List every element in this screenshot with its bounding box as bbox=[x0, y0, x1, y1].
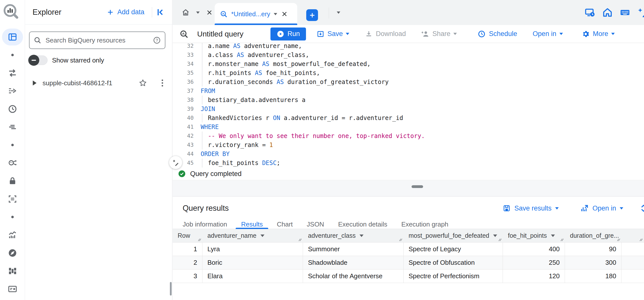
save-button[interactable]: Save bbox=[316, 30, 350, 38]
drag-handle[interactable] bbox=[412, 185, 423, 188]
add-data-button[interactable]: Add data bbox=[106, 0, 144, 24]
schedule-button[interactable]: Schedule bbox=[477, 30, 517, 38]
column-header-adventurer_name[interactable]: adventurer_name bbox=[202, 229, 303, 242]
close-query-tab-icon[interactable] bbox=[281, 10, 288, 18]
expand-results-icon[interactable] bbox=[638, 196, 644, 220]
query-tab-caret-icon[interactable] bbox=[274, 13, 277, 15]
new-tab-button[interactable] bbox=[306, 9, 318, 21]
rail-item-connections-icon[interactable] bbox=[2, 280, 23, 298]
home-tab[interactable] bbox=[181, 0, 213, 25]
cell: 250 bbox=[503, 256, 565, 269]
table-row[interactable]: 2BoricShadowbladeSpectre of Obfuscation2… bbox=[173, 256, 644, 270]
search-input[interactable] bbox=[45, 36, 149, 44]
rail-item-transfers-icon[interactable] bbox=[2, 64, 23, 82]
download-button[interactable]: Download bbox=[365, 30, 406, 38]
bigquery-logo-icon bbox=[2, 2, 21, 22]
column-header-Row[interactable]: Row bbox=[173, 229, 202, 242]
table-row[interactable]: 3ElaraScholar of the AgentverseSpectre o… bbox=[173, 270, 644, 283]
results-tab-results[interactable]: Results bbox=[241, 220, 263, 229]
results-tab-execution-graph[interactable]: Execution graph bbox=[401, 220, 448, 229]
rail-separator-dot bbox=[11, 54, 14, 56]
sidebar-scrollbar[interactable] bbox=[170, 282, 172, 296]
share-caret-icon bbox=[453, 33, 457, 35]
tab-list-caret-icon[interactable] bbox=[337, 0, 340, 25]
results-open-in-button[interactable]: Open in bbox=[580, 196, 623, 220]
show-starred-toggle[interactable] bbox=[29, 56, 48, 65]
expand-project-icon[interactable] bbox=[33, 80, 37, 86]
rail-item-pipelines-icon[interactable] bbox=[2, 82, 23, 100]
column-header-adventurer_class[interactable]: adventurer_class bbox=[303, 229, 404, 242]
home-icon[interactable] bbox=[602, 7, 613, 18]
column-resize-grip-icon[interactable] bbox=[197, 238, 201, 242]
project-row[interactable]: supple-cubist-468612-f1 bbox=[25, 75, 172, 91]
run-button[interactable]: Run bbox=[270, 28, 306, 40]
active-query-tab[interactable]: *Untitled...ery bbox=[215, 3, 297, 25]
column-header-duration_of_gre...[interactable]: duration_of_gre... bbox=[565, 229, 621, 242]
session-screen-icon[interactable] bbox=[584, 7, 595, 18]
sort-caret-icon[interactable] bbox=[360, 234, 364, 237]
cell: 180 bbox=[565, 270, 621, 283]
home-tab-caret-icon[interactable] bbox=[196, 12, 200, 14]
more-button[interactable]: More bbox=[581, 30, 615, 38]
results-tab-bar: Job informationResultsChartJSONExecution… bbox=[173, 220, 644, 229]
results-tab-chart[interactable]: Chart bbox=[277, 220, 293, 229]
code-line-37: 37FROM bbox=[173, 86, 644, 96]
rail-item-capacity-icon[interactable] bbox=[2, 190, 23, 208]
search-box[interactable]: ? bbox=[29, 32, 165, 49]
share-button[interactable]: Share bbox=[421, 30, 457, 38]
results-tab-execution-details[interactable]: Execution details bbox=[338, 220, 387, 229]
column-resize-grip-icon[interactable] bbox=[498, 238, 502, 242]
query-tab-icon bbox=[220, 10, 228, 18]
more-options-kebab-icon[interactable] bbox=[157, 78, 167, 88]
code-text: FROM bbox=[201, 86, 215, 96]
rail-item-partitions-icon[interactable] bbox=[2, 262, 23, 280]
close-home-tab-icon[interactable] bbox=[206, 9, 213, 16]
results-table: Rowadventurer_nameadventurer_classmost_p… bbox=[173, 229, 644, 283]
column-header-most_powerful_foe_defeated[interactable]: most_powerful_foe_defeated bbox=[404, 229, 503, 242]
table-row[interactable]: 1LyraSummonerSpectre of Legacy40090 bbox=[173, 242, 644, 256]
query-results-title: Query results bbox=[183, 196, 229, 220]
star-icon[interactable] bbox=[138, 78, 147, 88]
code-line-44: 44ORDER BY bbox=[173, 150, 644, 158]
rail-item-explorer-icon[interactable] bbox=[2, 28, 23, 46]
download-icon bbox=[365, 30, 373, 38]
line-number: 38 bbox=[173, 96, 201, 104]
project-name[interactable]: supple-cubist-468612-f1 bbox=[43, 75, 112, 91]
column-header-foe_hit_points[interactable]: foe_hit_points bbox=[503, 229, 565, 242]
gemini-assist-icon[interactable] bbox=[637, 7, 644, 18]
column-resize-grip-icon[interactable] bbox=[298, 238, 302, 242]
column-resize-grip-icon[interactable] bbox=[560, 238, 564, 242]
rail-item-scheduled-queries-icon[interactable] bbox=[2, 100, 23, 118]
help-icon[interactable]: ? bbox=[153, 36, 161, 44]
code-text: a.class AS adventurer_class, bbox=[201, 50, 309, 60]
rail-item-governance-icon[interactable] bbox=[2, 172, 23, 190]
column-resize-grip-icon[interactable] bbox=[616, 238, 620, 242]
sort-caret-icon[interactable] bbox=[551, 234, 555, 237]
code-line-36: 36 r.duration_seconds AS duration_of_gre… bbox=[173, 78, 644, 86]
add-data-label: Add data bbox=[117, 8, 144, 16]
home-tab-icon[interactable] bbox=[181, 8, 190, 17]
rail-item-monitoring-icon[interactable] bbox=[2, 226, 23, 244]
sort-caret-icon[interactable] bbox=[260, 234, 264, 237]
collapse-panel-icon[interactable] bbox=[155, 7, 165, 18]
line-number: 36 bbox=[173, 78, 201, 86]
search-icon bbox=[34, 36, 42, 44]
cell: Summoner bbox=[303, 242, 404, 256]
explorer-header: Explorer Add data bbox=[25, 0, 172, 24]
sort-caret-icon[interactable] bbox=[493, 234, 497, 237]
results-tab-json[interactable]: JSON bbox=[307, 220, 324, 229]
column-label: adventurer_class bbox=[308, 232, 356, 239]
column-resize-grip-icon[interactable] bbox=[399, 238, 402, 242]
rail-item-bi-engine-icon[interactable] bbox=[2, 244, 23, 262]
save-results-button[interactable]: Save results bbox=[502, 196, 559, 220]
rail-item-query-queue-icon[interactable] bbox=[2, 118, 23, 136]
keyboard-shortcuts-icon[interactable] bbox=[619, 7, 630, 18]
open-in-button[interactable]: Open in bbox=[533, 30, 563, 38]
cell: Spectre of Legacy bbox=[404, 242, 503, 256]
results-tab-job-information[interactable]: Job information bbox=[183, 220, 227, 229]
rail-item-data-sharing-icon[interactable] bbox=[2, 154, 23, 172]
sql-editor[interactable]: 32 a.name AS adventurer_name,33 a.class … bbox=[173, 43, 644, 168]
column-resize-grip-icon[interactable] bbox=[639, 238, 643, 242]
code-line-39: 39JOIN bbox=[173, 104, 644, 114]
gemini-edit-icon[interactable] bbox=[169, 156, 182, 169]
